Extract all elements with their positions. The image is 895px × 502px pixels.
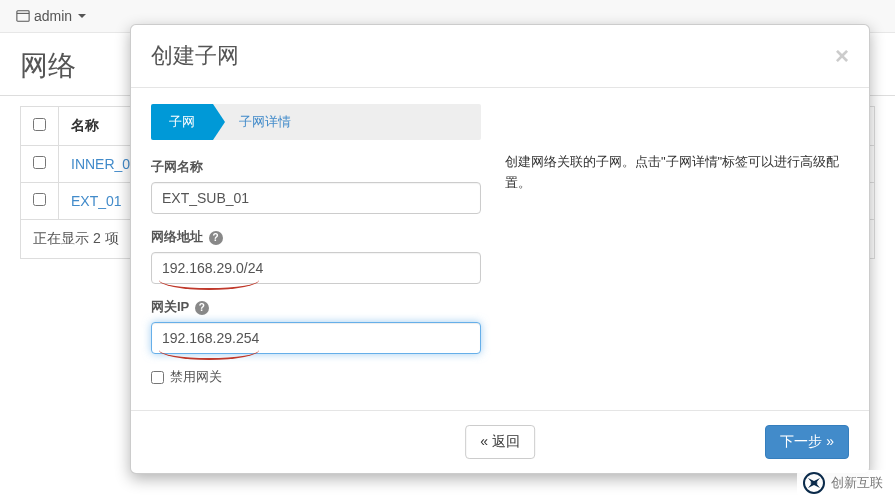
help-icon[interactable]: ? [209, 231, 223, 245]
modal-header: 创建子网 × [131, 25, 869, 88]
svg-rect-0 [17, 11, 29, 22]
help-text: 创建网络关联的子网。点击"子网详情"标签可以进行高级配置。 [505, 152, 849, 194]
row-checkbox[interactable] [33, 156, 46, 169]
watermark: 创新互联 [797, 470, 889, 496]
back-button[interactable]: « 返回 [465, 425, 535, 459]
network-link[interactable]: EXT_01 [71, 193, 122, 209]
wizard-steps: 子网 子网详情 [151, 104, 481, 140]
network-address-input[interactable] [151, 252, 481, 284]
gateway-ip-label: 网关IP ? [151, 298, 481, 316]
select-all-header[interactable] [21, 107, 59, 146]
watermark-logo-icon [803, 472, 825, 494]
network-address-label: 网络地址 ? [151, 228, 481, 246]
subnet-name-label: 子网名称 [151, 158, 481, 176]
modal-footer: « 返回 下一步 » [131, 410, 869, 473]
help-column: 创建网络关联的子网。点击"子网详情"标签可以进行高级配置。 [505, 104, 849, 386]
help-icon[interactable]: ? [195, 301, 209, 315]
project-switcher[interactable]: admin [16, 8, 86, 24]
disable-gateway-row: 禁用网关 [151, 368, 481, 386]
gateway-ip-group: 网关IP ? [151, 298, 481, 354]
project-icon [16, 9, 30, 23]
close-icon[interactable]: × [835, 44, 849, 68]
disable-gateway-checkbox[interactable] [151, 371, 164, 384]
gateway-ip-input[interactable] [151, 322, 481, 354]
modal-body: 子网 子网详情 子网名称 网络地址 ? 网关IP ? [131, 88, 869, 410]
caret-down-icon [78, 14, 86, 18]
tab-subnet[interactable]: 子网 [151, 104, 213, 140]
next-button[interactable]: 下一步 » [765, 425, 849, 459]
project-label: admin [34, 8, 72, 24]
select-all-checkbox[interactable] [33, 118, 46, 131]
subnet-name-group: 子网名称 [151, 158, 481, 214]
disable-gateway-label: 禁用网关 [170, 368, 222, 386]
row-checkbox[interactable] [33, 193, 46, 206]
tab-subnet-details[interactable]: 子网详情 [213, 104, 309, 140]
network-link[interactable]: INNER_01 [71, 156, 138, 172]
form-column: 子网 子网详情 子网名称 网络地址 ? 网关IP ? [151, 104, 481, 386]
create-subnet-modal: 创建子网 × 子网 子网详情 子网名称 网络地址 ? 网关IP ? [130, 24, 870, 474]
subnet-name-input[interactable] [151, 182, 481, 214]
watermark-text: 创新互联 [831, 474, 883, 492]
modal-title: 创建子网 [151, 41, 239, 71]
network-address-group: 网络地址 ? [151, 228, 481, 284]
